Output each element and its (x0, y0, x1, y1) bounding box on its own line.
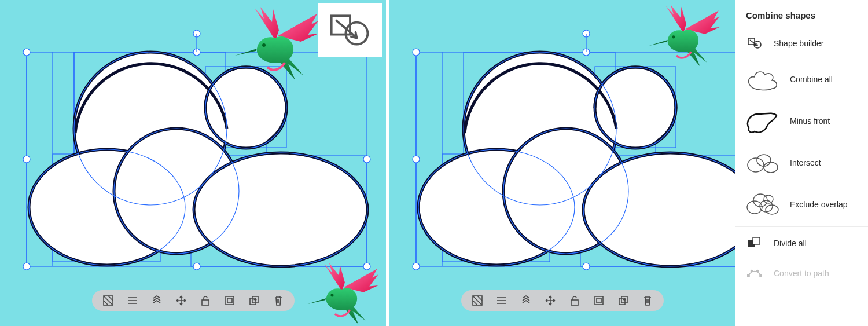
context-toolbar (461, 290, 664, 311)
svg-point-50 (413, 49, 420, 56)
arrange-button[interactable] (151, 295, 163, 306)
svg-point-88 (766, 205, 778, 214)
panel-item-label: Divide all (774, 239, 858, 248)
panel-item-label: Shape builder (774, 39, 858, 48)
panel-item-divide-all[interactable]: Divide all (735, 228, 868, 258)
panel-item-label: Combine all (790, 75, 858, 84)
svg-point-30 (330, 294, 333, 296)
svg-point-14 (23, 263, 30, 270)
delete-button[interactable] (642, 295, 653, 306)
svg-point-64 (583, 153, 735, 266)
svg-rect-76 (595, 296, 603, 305)
panel-item-label: Intersect (790, 158, 858, 167)
svg-point-95 (757, 270, 759, 272)
panel-separator (735, 226, 868, 227)
svg-point-56 (583, 263, 590, 270)
svg-point-55 (413, 263, 420, 270)
opacity-button[interactable] (102, 295, 114, 306)
svg-point-13 (363, 156, 370, 163)
panel-item-minus-front[interactable]: Minus front (735, 100, 868, 142)
exclude-overlap-icon (746, 192, 779, 217)
opacity-button[interactable] (472, 295, 483, 306)
svg-point-84 (764, 162, 778, 173)
svg-point-70 (672, 35, 675, 38)
svg-point-82 (748, 158, 764, 172)
hummingbird-icon (301, 263, 382, 326)
panel-item-convert-to-path: Convert to path (735, 258, 868, 288)
svg-rect-37 (202, 300, 209, 305)
svg-rect-75 (571, 300, 578, 305)
divide-all-icon (746, 237, 763, 249)
move-button[interactable] (175, 295, 187, 306)
svg-point-23 (194, 153, 367, 266)
panel-title: Combine shapes (735, 10, 868, 28)
svg-point-53 (413, 156, 420, 163)
shape-builder-hint (318, 3, 382, 57)
duplicate-button[interactable] (617, 295, 629, 306)
context-toolbar (92, 290, 295, 311)
panel-item-shape-builder[interactable]: Shape builder (735, 28, 868, 58)
panel-item-label: Convert to path (774, 269, 858, 278)
panel-item-intersect[interactable]: Intersect (735, 142, 868, 184)
panel-item-exclude-overlap[interactable]: Exclude overlap (735, 184, 868, 225)
align-button[interactable] (224, 295, 236, 306)
svg-point-15 (193, 263, 200, 270)
svg-point-29 (262, 43, 266, 47)
duplicate-button[interactable] (248, 295, 260, 306)
svg-rect-39 (227, 298, 232, 303)
align-button[interactable] (593, 295, 605, 306)
stroke-button[interactable] (127, 295, 138, 306)
delete-button[interactable] (273, 295, 284, 306)
svg-point-94 (751, 270, 753, 272)
panel-item-label: Exclude overlap (790, 200, 858, 209)
right-canvas[interactable] (389, 0, 735, 326)
intersect-icon (746, 151, 779, 174)
panel-item-combine-all[interactable]: Combine all (735, 58, 868, 100)
minus-front-icon (746, 108, 779, 134)
combine-all-icon (746, 68, 779, 91)
combine-shapes-panel: Combine shapes Shape builder Combine all… (735, 0, 868, 326)
shape-builder-icon (746, 38, 763, 49)
move-button[interactable] (545, 295, 556, 306)
left-canvas[interactable] (0, 0, 386, 326)
svg-rect-77 (597, 298, 601, 303)
svg-rect-92 (747, 274, 749, 277)
unlock-button[interactable] (200, 295, 211, 306)
svg-rect-91 (753, 237, 760, 244)
panel-item-label: Minus front (790, 116, 858, 126)
convert-to-path-icon (746, 269, 763, 278)
svg-point-89 (764, 195, 773, 203)
stroke-button[interactable] (496, 295, 507, 306)
hummingbird-icon (639, 5, 726, 68)
hummingbird-icon (231, 7, 318, 82)
svg-rect-38 (226, 296, 234, 305)
svg-point-12 (23, 156, 30, 163)
svg-point-9 (23, 49, 30, 56)
shape-builder-icon (328, 13, 372, 47)
arrange-button[interactable] (520, 295, 532, 306)
svg-rect-93 (760, 274, 762, 277)
unlock-button[interactable] (569, 295, 580, 306)
